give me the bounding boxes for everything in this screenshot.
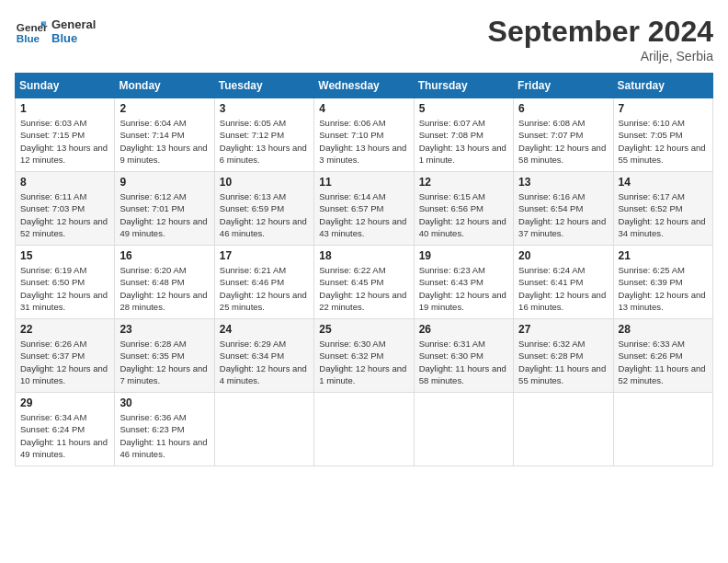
week-row-1: 1 Sunrise: 6:03 AMSunset: 7:15 PMDayligh… (16, 98, 713, 172)
calendar-cell: 27 Sunrise: 6:32 AMSunset: 6:28 PMDaylig… (514, 319, 613, 393)
day-info: Sunrise: 6:31 AMSunset: 6:30 PMDaylight:… (419, 339, 506, 385)
day-info: Sunrise: 6:14 AMSunset: 6:57 PMDaylight:… (319, 191, 406, 238)
day-info: Sunrise: 6:26 AMSunset: 6:37 PMDaylight:… (20, 339, 108, 385)
day-number: 25 (319, 323, 408, 336)
day-number: 14 (619, 176, 708, 189)
calendar-cell: 16 Sunrise: 6:20 AMSunset: 6:48 PMDaylig… (115, 246, 214, 319)
weekday-header-monday: Monday (115, 74, 214, 98)
weekday-header-wednesday: Wednesday (314, 74, 414, 98)
day-number: 21 (619, 249, 708, 262)
weekday-header-friday: Friday (514, 74, 613, 98)
calendar-cell (214, 393, 313, 466)
calendar-cell: 7 Sunrise: 6:10 AMSunset: 7:05 PMDayligh… (613, 98, 712, 172)
day-number: 6 (518, 102, 608, 115)
day-number: 5 (419, 102, 508, 115)
day-info: Sunrise: 6:15 AMSunset: 6:56 PMDaylight:… (419, 191, 506, 238)
calendar-cell: 2 Sunrise: 6:04 AMSunset: 7:14 PMDayligh… (115, 98, 214, 172)
day-number: 2 (119, 102, 209, 115)
day-info: Sunrise: 6:07 AMSunset: 7:08 PMDaylight:… (419, 118, 506, 165)
day-info: Sunrise: 6:06 AMSunset: 7:10 PMDaylight:… (319, 118, 406, 165)
calendar-cell (514, 393, 613, 466)
day-info: Sunrise: 6:36 AMSunset: 6:23 PMDaylight:… (119, 412, 207, 459)
calendar-cell: 9 Sunrise: 6:12 AMSunset: 7:01 PMDayligh… (115, 172, 214, 246)
calendar-cell: 14 Sunrise: 6:17 AMSunset: 6:52 PMDaylig… (613, 172, 712, 246)
day-info: Sunrise: 6:20 AMSunset: 6:48 PMDaylight:… (119, 265, 207, 312)
calendar-cell: 28 Sunrise: 6:33 AMSunset: 6:26 PMDaylig… (613, 319, 712, 393)
week-row-4: 22 Sunrise: 6:26 AMSunset: 6:37 PMDaylig… (16, 319, 713, 393)
weekday-header-row: SundayMondayTuesdayWednesdayThursdayFrid… (16, 74, 713, 98)
day-number: 27 (518, 323, 608, 336)
day-info: Sunrise: 6:23 AMSunset: 6:43 PMDaylight:… (419, 265, 506, 312)
week-row-3: 15 Sunrise: 6:19 AMSunset: 6:50 PMDaylig… (16, 246, 713, 319)
day-number: 3 (220, 102, 309, 115)
day-number: 29 (20, 396, 109, 409)
day-number: 10 (220, 176, 309, 189)
calendar-cell: 30 Sunrise: 6:36 AMSunset: 6:23 PMDaylig… (115, 393, 214, 466)
weekday-header-tuesday: Tuesday (214, 74, 313, 98)
day-info: Sunrise: 6:03 AMSunset: 7:15 PMDaylight:… (20, 118, 108, 165)
day-info: Sunrise: 6:19 AMSunset: 6:50 PMDaylight:… (20, 265, 108, 312)
calendar-cell: 29 Sunrise: 6:34 AMSunset: 6:24 PMDaylig… (16, 393, 115, 466)
calendar-cell: 20 Sunrise: 6:24 AMSunset: 6:41 PMDaylig… (514, 246, 613, 319)
weekday-header-thursday: Thursday (414, 74, 513, 98)
day-number: 26 (419, 323, 508, 336)
calendar-cell: 4 Sunrise: 6:06 AMSunset: 7:10 PMDayligh… (314, 98, 414, 172)
svg-text:Blue: Blue (17, 32, 40, 44)
day-info: Sunrise: 6:04 AMSunset: 7:14 PMDaylight:… (119, 118, 207, 165)
title-block: September 2024 Arilje, Serbia (488, 15, 713, 63)
calendar-cell (613, 393, 712, 466)
day-number: 19 (419, 249, 508, 262)
calendar-cell: 24 Sunrise: 6:29 AMSunset: 6:34 PMDaylig… (214, 319, 313, 393)
day-info: Sunrise: 6:34 AMSunset: 6:24 PMDaylight:… (20, 412, 108, 459)
weekday-header-saturday: Saturday (613, 74, 712, 98)
calendar-cell: 11 Sunrise: 6:14 AMSunset: 6:57 PMDaylig… (314, 172, 414, 246)
location-subtitle: Arilje, Serbia (488, 49, 713, 63)
day-info: Sunrise: 6:33 AMSunset: 6:26 PMDaylight:… (619, 339, 706, 385)
month-title: September 2024 (488, 15, 713, 49)
calendar-cell: 5 Sunrise: 6:07 AMSunset: 7:08 PMDayligh… (414, 98, 513, 172)
day-number: 16 (119, 249, 209, 262)
day-info: Sunrise: 6:28 AMSunset: 6:35 PMDaylight:… (119, 339, 207, 385)
day-number: 4 (319, 102, 408, 115)
day-info: Sunrise: 6:29 AMSunset: 6:34 PMDaylight:… (220, 339, 307, 385)
day-number: 28 (619, 323, 708, 336)
day-number: 30 (119, 396, 209, 409)
day-number: 8 (20, 176, 109, 189)
calendar-cell: 1 Sunrise: 6:03 AMSunset: 7:15 PMDayligh… (16, 98, 115, 172)
calendar-cell: 25 Sunrise: 6:30 AMSunset: 6:32 PMDaylig… (314, 319, 414, 393)
calendar-cell: 12 Sunrise: 6:15 AMSunset: 6:56 PMDaylig… (414, 172, 513, 246)
calendar-table: SundayMondayTuesdayWednesdayThursdayFrid… (15, 73, 713, 466)
calendar-cell: 26 Sunrise: 6:31 AMSunset: 6:30 PMDaylig… (414, 319, 513, 393)
day-number: 1 (20, 102, 109, 115)
weekday-header-sunday: Sunday (16, 74, 115, 98)
week-row-2: 8 Sunrise: 6:11 AMSunset: 7:03 PMDayligh… (16, 172, 713, 246)
calendar-cell: 18 Sunrise: 6:22 AMSunset: 6:45 PMDaylig… (314, 246, 414, 319)
day-info: Sunrise: 6:11 AMSunset: 7:03 PMDaylight:… (20, 191, 108, 238)
day-info: Sunrise: 6:22 AMSunset: 6:45 PMDaylight:… (319, 265, 406, 312)
day-info: Sunrise: 6:12 AMSunset: 7:01 PMDaylight:… (119, 191, 207, 238)
day-info: Sunrise: 6:08 AMSunset: 7:07 PMDaylight:… (518, 118, 606, 165)
calendar-cell: 8 Sunrise: 6:11 AMSunset: 7:03 PMDayligh… (16, 172, 115, 246)
day-info: Sunrise: 6:13 AMSunset: 6:59 PMDaylight:… (220, 191, 307, 238)
day-number: 15 (20, 249, 109, 262)
day-info: Sunrise: 6:32 AMSunset: 6:28 PMDaylight:… (518, 339, 606, 385)
calendar-cell: 3 Sunrise: 6:05 AMSunset: 7:12 PMDayligh… (214, 98, 313, 172)
day-number: 12 (419, 176, 508, 189)
day-number: 13 (518, 176, 608, 189)
day-info: Sunrise: 6:17 AMSunset: 6:52 PMDaylight:… (619, 191, 706, 238)
calendar-cell: 17 Sunrise: 6:21 AMSunset: 6:46 PMDaylig… (214, 246, 313, 319)
calendar-cell (314, 393, 414, 466)
day-info: Sunrise: 6:30 AMSunset: 6:32 PMDaylight:… (319, 339, 406, 385)
day-number: 23 (119, 323, 209, 336)
logo: General Blue General Blue (15, 15, 96, 48)
day-number: 20 (518, 249, 608, 262)
calendar-cell: 21 Sunrise: 6:25 AMSunset: 6:39 PMDaylig… (613, 246, 712, 319)
page-header: General Blue General Blue September 2024… (15, 15, 713, 63)
calendar-cell: 19 Sunrise: 6:23 AMSunset: 6:43 PMDaylig… (414, 246, 513, 319)
day-number: 11 (319, 176, 408, 189)
day-info: Sunrise: 6:16 AMSunset: 6:54 PMDaylight:… (518, 191, 606, 238)
day-info: Sunrise: 6:05 AMSunset: 7:12 PMDaylight:… (220, 118, 307, 165)
calendar-cell: 15 Sunrise: 6:19 AMSunset: 6:50 PMDaylig… (16, 246, 115, 319)
calendar-cell: 22 Sunrise: 6:26 AMSunset: 6:37 PMDaylig… (16, 319, 115, 393)
calendar-cell (414, 393, 513, 466)
